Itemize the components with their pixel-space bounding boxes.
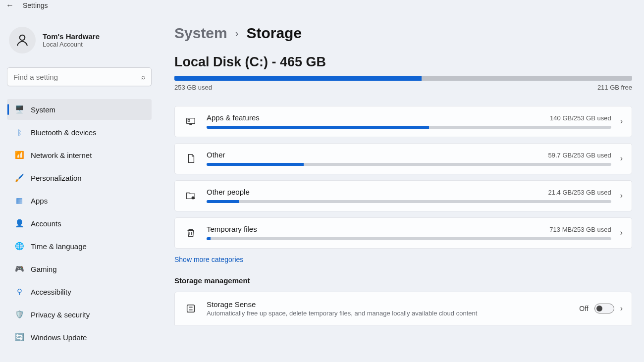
svg-point-4: [192, 197, 194, 199]
person-folder-icon: [184, 190, 198, 201]
chevron-right-icon[interactable]: ›: [620, 154, 623, 163]
nav-item-label: Accessibility: [31, 288, 71, 296]
category-list: Apps & features140 GB/253 GB used›Other5…: [174, 106, 632, 249]
nav-item-label: Time & language: [31, 242, 87, 251]
main-content: System › Storage Local Disk (C:) - 465 G…: [159, 13, 644, 362]
category-name: Other people: [207, 188, 250, 196]
disk-usage-bar: [174, 76, 632, 81]
category-bar: [207, 237, 611, 240]
nav-item-time[interactable]: 🌐Time & language: [7, 236, 152, 257]
breadcrumb-current: Storage: [246, 25, 302, 42]
person-icon: [15, 33, 30, 48]
sidebar: Tom's Hardware Local Account ⌕ 🖥️Systemᛒ…: [0, 13, 159, 362]
category-name: Apps & features: [207, 113, 260, 122]
storage-sense-desc: Automatically free up space, delete temp…: [207, 310, 477, 317]
avatar: [9, 27, 36, 53]
nav-item-label: Gaming: [31, 265, 57, 273]
category-usage: 713 MB/253 GB used: [549, 226, 611, 233]
profile-block[interactable]: Tom's Hardware Local Account: [7, 18, 152, 67]
category-bar: [207, 126, 611, 129]
nav-item-accounts[interactable]: 👤Accounts: [7, 213, 152, 234]
category-usage: 21.4 GB/253 GB used: [548, 189, 611, 196]
svg-rect-7: [187, 305, 195, 312]
bluetooth-icon: ᛒ: [15, 128, 24, 137]
nav-item-label: Privacy & security: [31, 310, 90, 319]
storage-sense-card[interactable]: Storage Sense Automatically free up spac…: [174, 292, 632, 325]
breadcrumb: System › Storage: [174, 25, 632, 42]
nav-item-label: System: [31, 105, 55, 114]
file-icon: [184, 153, 198, 164]
breadcrumb-parent[interactable]: System: [174, 25, 227, 42]
chevron-right-icon[interactable]: ›: [620, 228, 623, 237]
nav-item-accessibility[interactable]: ⚲Accessibility: [7, 281, 152, 302]
category-card[interactable]: Other59.7 GB/253 GB used›: [174, 143, 632, 174]
nav-item-label: Personalization: [31, 174, 82, 182]
toggle-state-label: Off: [579, 305, 588, 312]
nav-item-privacy[interactable]: 🛡️Privacy & security: [7, 304, 152, 325]
chevron-right-icon[interactable]: ›: [620, 191, 623, 200]
privacy-icon: 🛡️: [15, 310, 24, 319]
nav-item-network[interactable]: 📶Network & internet: [7, 145, 152, 165]
trash-icon: [184, 227, 198, 238]
category-name: Other: [207, 151, 225, 159]
nav-item-personalization[interactable]: 🖌️Personalization: [7, 167, 152, 188]
category-bar: [207, 163, 611, 166]
disk-used-label: 253 GB used: [174, 84, 212, 91]
system-icon: 🖥️: [15, 105, 24, 114]
nav-item-bluetooth[interactable]: ᛒBluetooth & devices: [7, 122, 152, 143]
nav-item-label: Bluetooth & devices: [31, 128, 97, 137]
disk-free-label: 211 GB free: [597, 84, 632, 91]
apps-icon: ▦: [15, 196, 24, 205]
category-bar: [207, 200, 611, 203]
accounts-icon: 👤: [15, 219, 24, 228]
category-card[interactable]: Temporary files713 MB/253 GB used›: [174, 217, 632, 249]
chevron-right-icon[interactable]: ›: [620, 117, 623, 126]
nav-item-label: Network & internet: [31, 151, 92, 159]
nav-item-gaming[interactable]: 🎮Gaming: [7, 259, 152, 279]
nav-item-label: Accounts: [31, 219, 61, 228]
svg-rect-2: [188, 119, 190, 121]
apps-icon: [184, 116, 198, 127]
nav-item-label: Apps: [31, 197, 48, 205]
storage-sense-toggle[interactable]: [594, 304, 614, 313]
storage-management-heading: Storage management: [174, 276, 632, 285]
personalization-icon: 🖌️: [15, 173, 24, 182]
chevron-right-icon[interactable]: ›: [620, 304, 623, 313]
category-usage: 59.7 GB/253 GB used: [548, 152, 611, 159]
nav-item-apps[interactable]: ▦Apps: [7, 190, 152, 211]
nav-item-label: Windows Update: [31, 333, 87, 342]
storage-sense-title: Storage Sense: [207, 300, 477, 309]
titlebar: ← Settings: [0, 0, 644, 13]
category-card[interactable]: Other people21.4 GB/253 GB used›: [174, 180, 632, 211]
search-input[interactable]: [13, 73, 141, 81]
search-box[interactable]: ⌕: [7, 67, 152, 86]
category-usage: 140 GB/253 GB used: [550, 114, 611, 122]
category-name: Temporary files: [207, 225, 257, 233]
back-arrow-icon[interactable]: ←: [6, 1, 14, 10]
gaming-icon: 🎮: [15, 264, 24, 273]
search-icon: ⌕: [141, 73, 145, 81]
nav-list: 🖥️SystemᛒBluetooth & devices📶Network & i…: [7, 99, 152, 348]
chevron-right-icon: ›: [235, 28, 239, 39]
update-icon: 🔄: [15, 333, 24, 342]
accessibility-icon: ⚲: [15, 287, 24, 296]
nav-item-update[interactable]: 🔄Windows Update: [7, 327, 152, 348]
nav-item-system[interactable]: 🖥️System: [7, 99, 152, 120]
profile-subtitle: Local Account: [43, 41, 100, 48]
disk-title: Local Disk (C:) - 465 GB: [174, 54, 632, 70]
app-title: Settings: [23, 1, 48, 9]
category-card[interactable]: Apps & features140 GB/253 GB used›: [174, 106, 632, 137]
profile-name: Tom's Hardware: [43, 32, 100, 41]
time-icon: 🌐: [15, 242, 24, 251]
svg-point-0: [20, 35, 25, 41]
storage-sense-icon: [184, 303, 198, 314]
network-icon: 📶: [15, 151, 24, 159]
show-more-link[interactable]: Show more categories: [174, 256, 632, 263]
